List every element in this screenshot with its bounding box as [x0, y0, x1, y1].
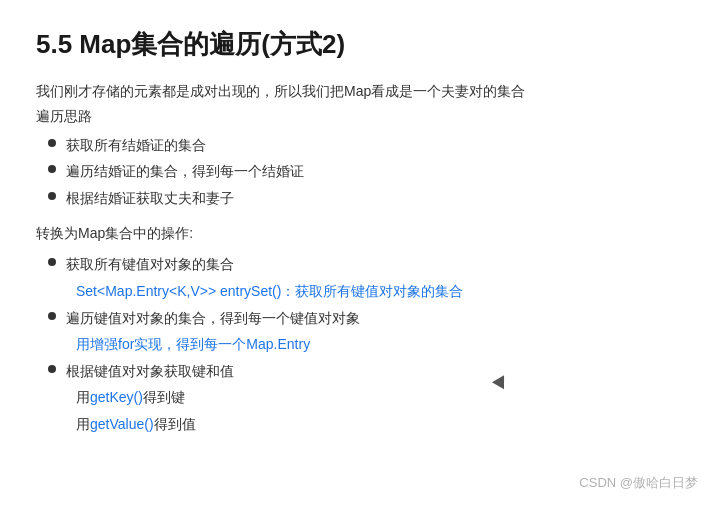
map-item-3-sub1: 用getKey()得到键	[76, 384, 692, 411]
analogy-item-1: 获取所有结婚证的集合	[66, 132, 206, 159]
getvalue-method: getValue()	[90, 416, 154, 432]
map-bullet-item: 根据键值对对象获取键和值	[48, 358, 692, 385]
watermark: CSDN @傲哈白日梦	[579, 474, 698, 492]
page-container: 5.5 Map集合的遍历(方式2) 我们刚才存储的元素都是成对出现的，所以我们把…	[0, 0, 728, 510]
cursor-indicator	[494, 378, 508, 390]
map-item-3-sub2: 用getValue()得到值	[76, 411, 692, 438]
list-item: 获取所有结婚证的集合	[48, 132, 692, 159]
map-section: 转换为Map集合中的操作: 获取所有键值对对象的集合 Set<Map.Entry…	[36, 225, 692, 437]
map-item-3-sub1-text: 得到键	[143, 389, 185, 405]
list-item: 遍历结婚证的集合，得到每一个结婚证	[48, 158, 692, 185]
map-list-item-3: 根据键值对对象获取键和值 用getKey()得到键 用getValue()得到值	[48, 358, 692, 438]
bullet-dot	[48, 165, 56, 173]
map-list-item-2: 遍历键值对对象的集合，得到每一个键值对对象 用增强for实现，得到每一个Map.…	[48, 305, 692, 358]
getkey-method: getKey()	[90, 389, 143, 405]
bullet-dot	[48, 139, 56, 147]
bullet-dot	[48, 258, 56, 266]
bullet-dot	[48, 192, 56, 200]
intro-line2: 遍历思路	[36, 108, 692, 126]
analogy-item-2: 遍历结婚证的集合，得到每一个结婚证	[66, 158, 304, 185]
bullet-dot	[48, 365, 56, 373]
analogy-item-3: 根据结婚证获取丈夫和妻子	[66, 185, 234, 212]
map-item-1-sub-text: Set<Map.Entry<K,V>> entrySet()：获取所有键值对对象…	[76, 283, 463, 299]
bullet-dot	[48, 312, 56, 320]
map-list-item-1: 获取所有键值对对象的集合 Set<Map.Entry<K,V>> entrySe…	[48, 251, 692, 304]
page-title: 5.5 Map集合的遍历(方式2)	[36, 28, 692, 62]
map-bullet-item: 获取所有键值对对象的集合	[48, 251, 692, 278]
map-item-3-main: 根据键值对对象获取键和值	[66, 358, 234, 385]
map-item-2-main: 遍历键值对对象的集合，得到每一个键值对对象	[66, 305, 360, 332]
map-item-3-sub2-text: 得到值	[154, 416, 196, 432]
analogy-list: 获取所有结婚证的集合 遍历结婚证的集合，得到每一个结婚证 根据结婚证获取丈夫和妻…	[48, 132, 692, 212]
map-section-label: 转换为Map集合中的操作:	[36, 225, 692, 243]
map-item-2-sub-text: 用增强for实现，得到每一个Map.Entry	[76, 336, 310, 352]
intro-line1: 我们刚才存储的元素都是成对出现的，所以我们把Map看成是一个夫妻对的集合	[36, 80, 692, 104]
map-item-1-main: 获取所有键值对对象的集合	[66, 251, 234, 278]
map-bullet-list: 获取所有键值对对象的集合 Set<Map.Entry<K,V>> entrySe…	[48, 251, 692, 437]
map-item-2-sub: 用增强for实现，得到每一个Map.Entry	[76, 331, 692, 358]
map-bullet-item: 遍历键值对对象的集合，得到每一个键值对对象	[48, 305, 692, 332]
list-item: 根据结婚证获取丈夫和妻子	[48, 185, 692, 212]
map-item-1-sub: Set<Map.Entry<K,V>> entrySet()：获取所有键值对对象…	[76, 278, 692, 305]
